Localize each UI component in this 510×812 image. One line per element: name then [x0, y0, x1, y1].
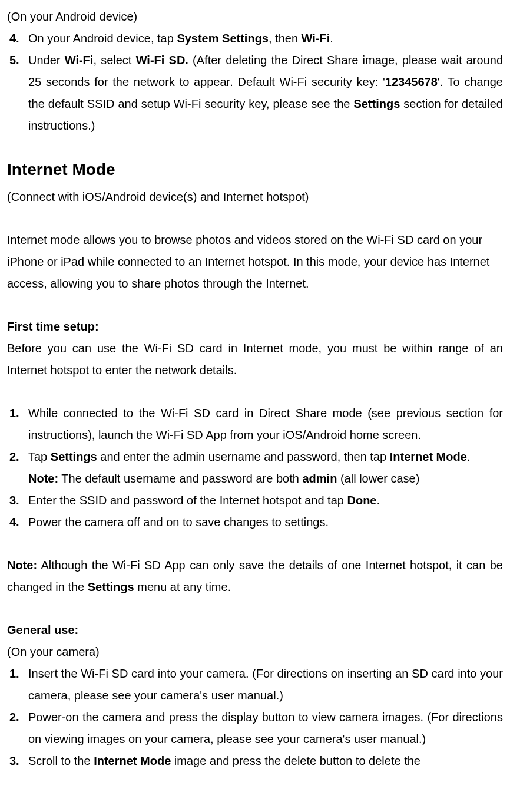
bold-text: Wi-Fi — [65, 54, 94, 67]
list-content: Under Wi-Fi, select Wi-Fi SD. (After del… — [28, 49, 503, 137]
list-number: 4. — [7, 28, 28, 49]
text: Under — [28, 54, 65, 67]
bold-text: Wi-Fi SD. — [136, 54, 188, 67]
general-use-heading: General use: — [7, 619, 503, 641]
list-number: 5. — [7, 49, 28, 137]
step-b-1: 1. While connected to the Wi-Fi SD card … — [7, 402, 503, 446]
list-number: 2. — [7, 707, 28, 750]
heading-internet-mode: Internet Mode — [7, 154, 503, 185]
note-label: Note: — [7, 559, 37, 572]
text: Enter the SSID and password of the Inter… — [28, 494, 347, 507]
list-content: Power-on the camera and press the displa… — [28, 707, 503, 750]
list-number: 4. — [7, 511, 28, 533]
bold-text: Internet Mode — [390, 450, 467, 463]
note-paragraph: Note: Although the Wi-Fi SD App can only… — [7, 554, 503, 598]
text: menu at any time. — [134, 580, 231, 593]
list-content: Enter the SSID and password of the Inter… — [28, 490, 503, 511]
bold-text: Settings — [51, 450, 97, 463]
step-c-3: 3. Scroll to the Internet Mode image and… — [7, 750, 503, 772]
text: . — [467, 450, 471, 463]
list-content: Insert the Wi-Fi SD card into your camer… — [28, 663, 503, 707]
text: Tap — [28, 450, 51, 463]
list-number: 3. — [7, 490, 28, 511]
list-number: 3. — [7, 750, 28, 772]
list-content: Tap Settings and enter the admin usernam… — [28, 446, 503, 490]
step-a-4: 4. On your Android device, tap System Se… — [7, 28, 503, 49]
bold-text: 12345678 — [385, 75, 438, 88]
spacer — [7, 208, 503, 229]
bold-text: admin — [302, 472, 337, 485]
spacer — [7, 295, 503, 316]
first-time-setup-para: Before you can use the Wi-Fi SD card in … — [7, 338, 503, 381]
list-content: Scroll to the Internet Mode image and pr… — [28, 750, 503, 772]
bold-text: Internet Mode — [94, 754, 171, 767]
bold-text: System Settings — [177, 32, 269, 45]
text: , then — [269, 32, 302, 45]
step-b-4: 4. Power the camera off and on to save c… — [7, 511, 503, 533]
text: The default username and password are bo… — [58, 472, 302, 485]
spacer — [7, 381, 503, 402]
general-use-sub: (On your camera) — [7, 641, 503, 663]
list-content: While connected to the Wi-Fi SD card in … — [28, 402, 503, 446]
bold-text: Done — [347, 494, 376, 507]
spacer — [7, 598, 503, 619]
text: and enter the admin username and passwor… — [97, 450, 390, 463]
subtitle: (Connect with iOS/Android device(s) and … — [7, 186, 503, 208]
first-time-setup-heading: First time setup: — [7, 316, 503, 338]
text: On your Android device, tap — [28, 32, 177, 45]
intro-line: (On your Android device) — [7, 6, 503, 28]
text: Scroll to the — [28, 754, 94, 767]
list-number: 2. — [7, 446, 28, 490]
text: image and press the delete button to del… — [171, 754, 420, 767]
step-c-2: 2. Power-on the camera and press the dis… — [7, 707, 503, 750]
note-label: Note: — [28, 472, 58, 485]
intro-paragraph: Internet mode allows you to browse photo… — [7, 229, 503, 295]
text: (all lower case) — [337, 472, 419, 485]
text: . — [376, 494, 380, 507]
text: Although the Wi-Fi SD App can only save … — [7, 559, 503, 593]
text: . — [330, 32, 333, 45]
step-b-3: 3. Enter the SSID and password of the In… — [7, 490, 503, 511]
text: , select — [93, 54, 135, 67]
list-content: On your Android device, tap System Setti… — [28, 28, 503, 49]
step-a-5: 5. Under Wi-Fi, select Wi-Fi SD. (After … — [7, 49, 503, 137]
spacer — [7, 533, 503, 554]
list-number: 1. — [7, 663, 28, 707]
bold-text: Settings — [88, 580, 134, 593]
bold-text: Settings — [353, 97, 400, 110]
bold-text: Wi-Fi — [302, 32, 330, 45]
step-b-2: 2. Tap Settings and enter the admin user… — [7, 446, 503, 490]
step-c-1: 1. Insert the Wi-Fi SD card into your ca… — [7, 663, 503, 707]
list-number: 1. — [7, 402, 28, 446]
list-content: Power the camera off and on to save chan… — [28, 511, 503, 533]
